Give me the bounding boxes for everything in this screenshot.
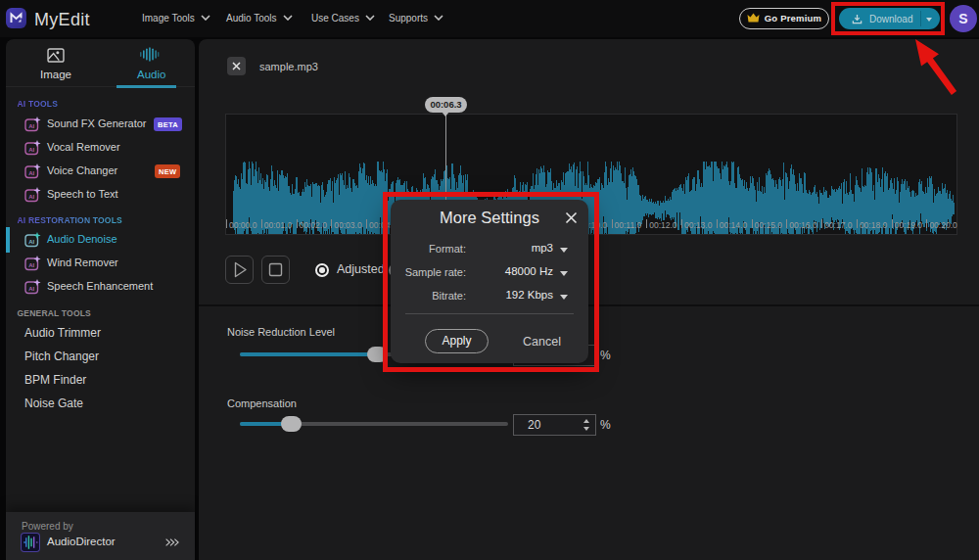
- svg-text:AI: AI: [28, 239, 34, 245]
- svg-text:AI: AI: [28, 262, 34, 268]
- svg-text:AI: AI: [28, 170, 34, 176]
- svg-text:AI: AI: [28, 194, 34, 200]
- svg-text:AI: AI: [28, 286, 34, 292]
- svg-text:AI: AI: [28, 147, 34, 153]
- svg-text:AI: AI: [28, 123, 34, 129]
